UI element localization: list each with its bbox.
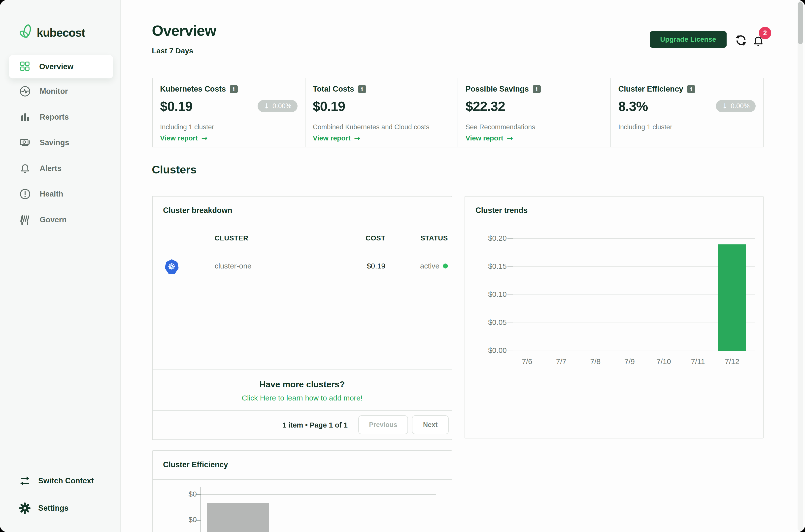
pagination-summary: 1 item • Page 1 of 1 [282,421,348,429]
notification-count: 2 [763,29,767,37]
govern-icon [19,214,31,226]
info-icon[interactable]: i [358,85,366,93]
sidebar-item-govern[interactable]: Govern [9,212,113,228]
refresh-icon[interactable] [734,34,747,48]
scrollbar-thumb[interactable] [798,2,803,44]
view-report-label: View report [160,134,198,142]
sidebar-item-label: Settings [38,504,69,513]
right-arrow-icon: → [354,134,360,142]
add-clusters-callout: Have more clusters? Click Here to learn … [153,369,452,411]
trends-y-tick-label: $0.20 [465,234,507,243]
upgrade-license-button[interactable]: Upgrade License [650,31,727,48]
switch-context-icon [18,475,32,487]
trends-y-tick-label: $0.05 [465,318,507,326]
notification-count-badge: 2 [759,27,771,39]
cluster-efficiency-chart: $0$0 [153,451,452,532]
metric-description: Including 1 cluster [160,123,214,131]
monitor-icon [19,86,31,97]
status-active-dot-icon [443,264,448,268]
efficiency-y-axis-line [200,487,201,532]
info-icon[interactable]: i [687,85,695,93]
metric-value: $22.32 [465,98,505,114]
trends-x-tick-label: 7/6 [511,357,543,366]
trends-x-tick-label: 7/11 [682,357,714,366]
bell-icon [19,163,31,174]
reports-icon [19,111,31,123]
metric-title: Cluster Efficiency [618,84,684,94]
cluster-status: active [420,262,439,270]
sidebar-item-label: Overview [39,62,74,71]
view-report-link[interactable]: View report → [465,134,513,142]
kubecost-logo[interactable]: kubecost [19,23,85,42]
metric-value: $0.19 [313,98,345,114]
trends-x-tick-label: 7/7 [545,357,577,366]
view-report-link[interactable]: View report → [160,134,208,142]
cluster-name: cluster-one [215,262,251,270]
efficiency-bar [207,503,269,532]
clusters-section-heading: Clusters [152,163,196,176]
sidebar-item-monitor[interactable]: Monitor [9,83,113,99]
trends-axis-tick [507,350,513,352]
metric-card-cluster-efficiency: Cluster Efficiency i 8.3% ↓ 0.00% Includ… [611,78,764,147]
sidebar-item-alerts[interactable]: Alerts [9,160,113,176]
trends-gridline [513,239,755,239]
next-page-button[interactable]: Next [412,415,449,434]
sidebar-item-health[interactable]: Health [9,186,113,202]
upgrade-license-label: Upgrade License [660,36,716,43]
previous-page-button[interactable]: Previous [358,415,408,434]
add-clusters-title: Have more clusters? [153,379,452,389]
kubecost-logo-icon [19,23,33,42]
sidebar: kubecost Overview Monitor [0,0,121,532]
sidebar-item-label: Savings [40,138,69,147]
sidebar-item-label: Reports [40,113,69,121]
trend-badge: ↓ 0.00% [716,100,755,112]
savings-icon [19,137,31,149]
sidebar-item-savings[interactable]: Savings [9,135,113,151]
cluster-trends-chart: $0.20$0.15$0.10$0.05$0.007/67/77/87/97/1… [465,196,763,438]
metric-title: Possible Savings [465,84,529,94]
info-icon[interactable]: i [533,85,541,93]
sidebar-item-settings[interactable]: Settings [9,500,113,516]
view-report-link[interactable]: View report → [313,134,360,142]
sidebar-item-label: Switch Context [38,476,94,486]
metric-title: Kubernetes Costs [160,84,226,94]
info-icon[interactable]: i [230,85,238,93]
down-arrow-icon: ↓ [722,102,728,110]
cluster-efficiency-panel: Cluster Efficiency $0$0 [152,450,452,532]
column-header-cluster: CLUSTER [215,234,248,242]
sidebar-item-reports[interactable]: Reports [9,109,113,125]
trends-y-tick-label: $0.00 [465,346,507,355]
grid-icon [19,60,31,73]
view-report-label: View report [465,134,503,142]
pagination-bar: 1 item • Page 1 of 1 Previous Next [153,411,452,440]
sidebar-item-label: Govern [40,215,67,224]
kubecost-logo-text: kubecost [37,26,85,39]
sidebar-item-label: Health [40,190,63,198]
metric-card-kubernetes-costs: Kubernetes Costs i $0.19 ↓ 0.00% Includi… [152,78,305,147]
efficiency-y-tick-label: $0 [153,490,197,498]
gear-icon [18,502,32,515]
metric-description: Including 1 cluster [618,123,672,131]
metric-title: Total Costs [313,84,354,94]
table-row-cluster-one[interactable]: ☸ cluster-one $0.19 active [153,252,452,280]
page-title: Overview [152,22,216,39]
scrollbar-track[interactable] [798,1,803,531]
right-arrow-icon: → [201,134,208,142]
add-clusters-link[interactable]: Click Here to learn how to add more! [153,394,452,402]
trends-axis-tick [507,266,513,267]
table-header-row: CLUSTER COST STATUS [153,224,452,252]
metric-description: Combined Kubernetes and Cloud costs [313,123,429,131]
trends-axis-tick [507,323,513,323]
column-header-status: STATUS [420,234,448,242]
trends-y-tick-label: $0.10 [465,290,507,299]
metric-value: 8.3% [618,98,648,114]
kubernetes-icon: ☸ [165,259,179,274]
sidebar-item-overview[interactable]: Overview [9,55,113,78]
panel-header: Cluster breakdown [153,196,452,224]
down-arrow-icon: ↓ [264,102,269,110]
metric-card-possible-savings: Possible Savings i $22.32 See Recommenda… [458,78,611,147]
trends-bar [718,244,746,351]
trends-x-tick-label: 7/8 [579,357,611,366]
sidebar-item-switch-context[interactable]: Switch Context [9,473,113,489]
trends-axis-tick [507,294,513,295]
